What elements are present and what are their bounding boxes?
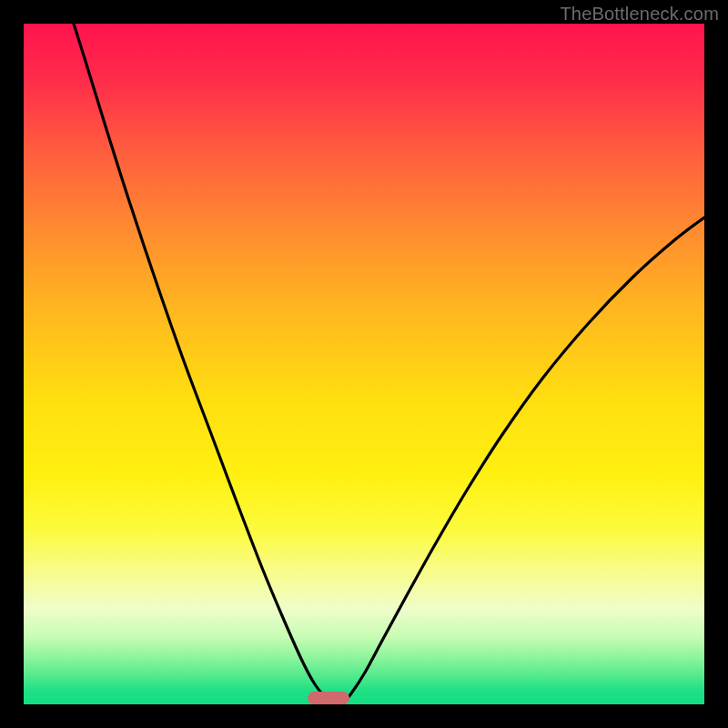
watermark-text: TheBottleneck.com	[560, 4, 719, 25]
left-curve	[74, 24, 333, 704]
plot-area	[24, 24, 704, 704]
right-curve	[342, 217, 704, 704]
curves-svg	[24, 24, 704, 704]
baseline-marker	[308, 692, 349, 704]
